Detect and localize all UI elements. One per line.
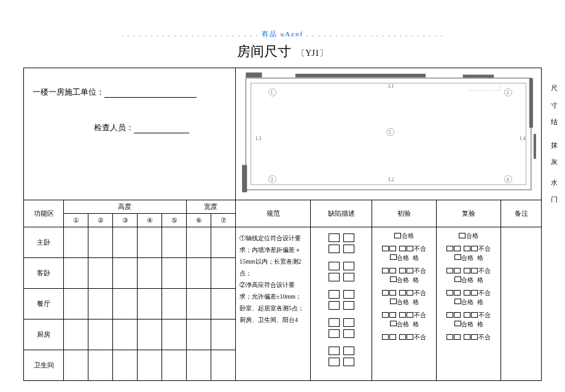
checkbox[interactable] — [446, 246, 453, 251]
checkbox[interactable] — [446, 312, 453, 318]
checkbox[interactable] — [471, 334, 478, 340]
checkbox[interactable] — [399, 268, 406, 273]
checkbox[interactable] — [390, 321, 397, 326]
checkbox[interactable] — [389, 268, 396, 273]
checkbox[interactable] — [464, 290, 470, 296]
checkbox[interactable] — [329, 262, 340, 270]
checkbox[interactable] — [343, 290, 354, 299]
checkbox[interactable] — [390, 276, 397, 282]
measure-cell[interactable] — [162, 289, 187, 319]
checkbox[interactable] — [389, 290, 396, 296]
measure-cell[interactable] — [88, 289, 113, 319]
measure-cell[interactable] — [113, 289, 138, 319]
checkbox[interactable] — [407, 334, 413, 340]
checkbox[interactable] — [454, 254, 461, 260]
measure-cell[interactable] — [162, 350, 187, 381]
contractor-input-line[interactable] — [104, 89, 197, 98]
checkbox[interactable] — [382, 246, 389, 251]
measure-cell[interactable] — [187, 289, 211, 319]
checkbox[interactable] — [390, 254, 397, 260]
checkbox[interactable] — [459, 233, 466, 238]
measure-cell[interactable] — [88, 227, 113, 258]
measure-cell[interactable] — [187, 227, 211, 258]
measure-cell[interactable] — [211, 289, 236, 319]
checkbox[interactable] — [329, 358, 340, 366]
checkbox[interactable] — [329, 273, 340, 281]
checkbox[interactable] — [446, 290, 453, 296]
measure-cell[interactable] — [187, 319, 211, 350]
checkbox[interactable] — [329, 347, 340, 355]
checkbox[interactable] — [343, 301, 354, 310]
checkbox[interactable] — [399, 246, 406, 251]
checkbox[interactable] — [343, 347, 354, 355]
checkbox[interactable] — [389, 246, 396, 251]
checkbox[interactable] — [382, 334, 389, 340]
measure-cell[interactable] — [64, 350, 88, 381]
measure-cell[interactable] — [138, 227, 162, 258]
checkbox[interactable] — [454, 290, 461, 296]
measure-cell[interactable] — [88, 350, 113, 381]
checkbox[interactable] — [343, 329, 354, 338]
checkbox[interactable] — [389, 334, 396, 340]
checkbox[interactable] — [407, 246, 413, 251]
checkbox[interactable] — [399, 334, 406, 340]
measure-cell[interactable] — [162, 319, 187, 350]
checkbox[interactable] — [343, 273, 354, 281]
checkbox[interactable] — [390, 299, 397, 304]
checkbox[interactable] — [407, 312, 413, 318]
checkbox[interactable] — [454, 299, 461, 304]
measure-cell[interactable] — [113, 258, 138, 289]
remark-column[interactable] — [501, 227, 541, 381]
measure-cell[interactable] — [64, 289, 88, 319]
measure-cell[interactable] — [64, 227, 88, 258]
checkbox[interactable] — [454, 334, 461, 340]
checkbox[interactable] — [389, 312, 396, 318]
checkbox[interactable] — [343, 262, 354, 270]
checkbox[interactable] — [471, 312, 478, 318]
checkbox[interactable] — [407, 290, 413, 296]
measure-cell[interactable] — [162, 227, 187, 258]
measure-cell[interactable] — [138, 350, 162, 381]
checkbox[interactable] — [382, 312, 389, 318]
checkbox[interactable] — [382, 290, 389, 296]
checkbox[interactable] — [329, 290, 340, 299]
measure-cell[interactable] — [138, 289, 162, 319]
measure-cell[interactable] — [64, 319, 88, 350]
checkbox[interactable] — [471, 290, 478, 296]
checkbox[interactable] — [399, 290, 406, 296]
measure-cell[interactable] — [138, 258, 162, 289]
checkbox[interactable] — [343, 245, 354, 253]
checkbox[interactable] — [454, 312, 461, 318]
checkbox[interactable] — [454, 321, 461, 326]
checkbox[interactable] — [454, 276, 461, 282]
checkbox[interactable] — [454, 246, 461, 251]
inspector-input-line[interactable] — [134, 125, 189, 133]
checkbox[interactable] — [394, 233, 401, 238]
checkbox[interactable] — [329, 318, 340, 327]
checkbox[interactable] — [407, 268, 413, 273]
checkbox[interactable] — [446, 268, 453, 273]
measure-cell[interactable] — [211, 350, 236, 381]
checkbox[interactable] — [471, 268, 478, 273]
checkbox[interactable] — [329, 301, 340, 310]
measure-cell[interactable] — [113, 319, 138, 350]
measure-cell[interactable] — [113, 227, 138, 258]
measure-cell[interactable] — [211, 258, 236, 289]
checkbox[interactable] — [382, 268, 389, 273]
measure-cell[interactable] — [162, 258, 187, 289]
checkbox[interactable] — [399, 312, 406, 318]
checkbox[interactable] — [343, 358, 354, 366]
checkbox[interactable] — [343, 318, 354, 327]
measure-cell[interactable] — [187, 258, 211, 289]
checkbox[interactable] — [446, 334, 453, 340]
checkbox[interactable] — [464, 268, 470, 273]
measure-cell[interactable] — [113, 350, 138, 381]
checkbox[interactable] — [329, 329, 340, 338]
measure-cell[interactable] — [187, 350, 211, 381]
checkbox[interactable] — [329, 245, 340, 253]
checkbox[interactable] — [464, 246, 470, 251]
checkbox[interactable] — [454, 268, 461, 273]
measure-cell[interactable] — [138, 319, 162, 350]
checkbox[interactable] — [343, 233, 354, 242]
measure-cell[interactable] — [211, 319, 236, 350]
